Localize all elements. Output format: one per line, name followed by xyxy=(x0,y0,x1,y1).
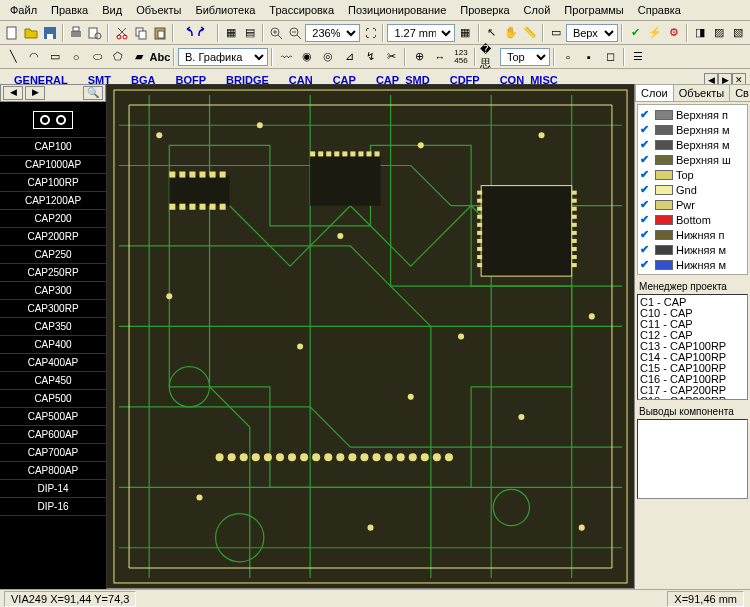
layer-row[interactable]: ✔Нижняя м xyxy=(640,242,745,257)
layer-row[interactable]: ✔Pwr xyxy=(640,197,745,212)
unroute-icon[interactable]: ✂ xyxy=(381,47,401,67)
component-icon[interactable]: ▦ xyxy=(222,23,240,43)
menu-файл[interactable]: Файл xyxy=(4,2,43,18)
small-tool-2-icon[interactable]: ▪ xyxy=(579,47,599,67)
right-tab-1[interactable]: Объекты xyxy=(673,84,730,101)
layer-row[interactable]: ✔Top xyxy=(640,167,745,182)
lib-item[interactable]: CAP200RP xyxy=(0,228,106,246)
layer-check-icon[interactable]: ✔ xyxy=(640,183,652,196)
zoom-in-icon[interactable] xyxy=(267,23,285,43)
grid-combo[interactable]: 1.27 mm xyxy=(387,24,455,42)
lib-item[interactable]: CAP250RP xyxy=(0,264,106,282)
layer-check-icon[interactable]: ✔ xyxy=(640,198,652,211)
menu-объекты[interactable]: Объекты xyxy=(130,2,187,18)
menu-справка[interactable]: Справка xyxy=(632,2,687,18)
small-tool-1-icon[interactable]: ▫ xyxy=(558,47,578,67)
lib-item[interactable]: CAP400 xyxy=(0,336,106,354)
3d-view-icon[interactable]: ◨ xyxy=(691,23,709,43)
layers-icon[interactable]: ▨ xyxy=(710,23,728,43)
lib-item[interactable]: CAP100RP xyxy=(0,174,106,192)
dimension-icon[interactable]: ↔ xyxy=(430,47,450,67)
layer-row[interactable]: ✔Нижняя п xyxy=(640,227,745,242)
lib-item[interactable]: CAP300 xyxy=(0,282,106,300)
lib-item[interactable]: CAP500 xyxy=(0,390,106,408)
pcb-canvas[interactable] xyxy=(106,84,635,589)
layer-check-icon[interactable]: ✔ xyxy=(640,168,652,181)
render-icon[interactable]: ▧ xyxy=(729,23,747,43)
layer-check-icon[interactable]: ✔ xyxy=(640,108,652,121)
zoom-out-icon[interactable] xyxy=(286,23,304,43)
lib-item[interactable]: DIP-16 xyxy=(0,498,106,516)
layer-check-icon[interactable]: ✔ xyxy=(640,243,652,256)
lib-item[interactable]: CAP350 xyxy=(0,318,106,336)
cursor-icon[interactable]: ↖ xyxy=(483,23,501,43)
zoom-combo[interactable]: 236% xyxy=(305,24,360,42)
menu-позиционирование[interactable]: Позиционирование xyxy=(342,2,452,18)
via-tool-icon[interactable]: ◉ xyxy=(297,47,317,67)
layer-box-icon[interactable]: ▭ xyxy=(547,23,565,43)
layer-row[interactable]: ✔Gnd xyxy=(640,182,745,197)
lib-nav-next-icon[interactable]: ▶ xyxy=(25,86,45,100)
lib-item[interactable]: DIP-14 xyxy=(0,480,106,498)
view-mode-combo[interactable]: В. Графика xyxy=(178,48,268,66)
lib-item[interactable]: CAP450 xyxy=(0,372,106,390)
zoom-fit-icon[interactable]: ⛶ xyxy=(361,23,379,43)
layer-select[interactable]: Верх xyxy=(566,24,619,42)
print-preview-icon[interactable] xyxy=(86,23,104,43)
layer-row[interactable]: ✔Верхняя ш xyxy=(640,152,745,167)
lib-item[interactable]: CAP1000AP xyxy=(0,156,106,174)
coord-icon[interactable]: 123456 xyxy=(451,47,471,67)
measure-icon[interactable]: 📏 xyxy=(521,23,539,43)
menu-программы[interactable]: Программы xyxy=(558,2,629,18)
lib-item[interactable]: CAP1200AP xyxy=(0,192,106,210)
route-tool-icon[interactable]: ↯ xyxy=(360,47,380,67)
menu-библиотека[interactable]: Библиотека xyxy=(190,2,262,18)
lib-item[interactable]: CAP700AP xyxy=(0,444,106,462)
lib-item[interactable]: CAP400AP xyxy=(0,354,106,372)
menu-слой[interactable]: Слой xyxy=(518,2,557,18)
undo-icon[interactable] xyxy=(177,23,195,43)
layer-row[interactable]: ✔Верхняя п xyxy=(640,107,745,122)
arc-tool-icon[interactable]: ◠ xyxy=(24,47,44,67)
new-file-icon[interactable] xyxy=(3,23,21,43)
menu-проверка[interactable]: Проверка xyxy=(454,2,515,18)
align-combo[interactable]: Top xyxy=(500,48,550,66)
pad-tool-icon[interactable]: ◎ xyxy=(318,47,338,67)
paste-icon[interactable] xyxy=(151,23,169,43)
layer-check-icon[interactable]: ✔ xyxy=(640,138,652,151)
save-icon[interactable] xyxy=(41,23,59,43)
fill-tool-icon[interactable]: ▰ xyxy=(129,47,149,67)
small-tool-3-icon[interactable]: ◻ xyxy=(600,47,620,67)
ellipse-tool-icon[interactable]: ⬭ xyxy=(87,47,107,67)
cut-icon[interactable] xyxy=(112,23,130,43)
lib-nav-prev-icon[interactable]: ◀ xyxy=(3,86,23,100)
layer-list[interactable]: ✔Верхняя п✔Верхняя м✔Верхняя м✔Верхняя ш… xyxy=(637,104,748,275)
redo-icon[interactable] xyxy=(196,23,214,43)
library-list[interactable]: CAP100CAP1000APCAP100RPCAP1200APCAP200CA… xyxy=(0,138,106,589)
lib-item[interactable]: CAP600AP xyxy=(0,426,106,444)
pan-icon[interactable]: ✋ xyxy=(502,23,520,43)
menu-трассировка[interactable]: Трассировка xyxy=(263,2,340,18)
autoroute-icon[interactable]: ⚡ xyxy=(645,23,663,43)
layer-check-icon[interactable]: ✔ xyxy=(640,213,652,226)
menu-правка[interactable]: Правка xyxy=(45,2,94,18)
print-icon[interactable] xyxy=(67,23,85,43)
menu-вид[interactable]: Вид xyxy=(96,2,128,18)
layer-check-icon[interactable]: ✔ xyxy=(640,258,652,271)
trace-tool-icon[interactable]: 〰 xyxy=(276,47,296,67)
settings-icon[interactable]: ⚙ xyxy=(665,23,683,43)
right-tab-2[interactable]: Св xyxy=(729,84,750,101)
layer-check-icon[interactable]: ✔ xyxy=(640,123,652,136)
project-item[interactable]: C18 - CAP200RP xyxy=(640,396,745,400)
layer-row[interactable]: ✔Нижняя м xyxy=(640,257,745,272)
copy-icon[interactable] xyxy=(132,23,150,43)
layer-check-icon[interactable]: ✔ xyxy=(640,153,652,166)
properties-icon[interactable]: ☰ xyxy=(628,47,648,67)
grid-toggle-icon[interactable]: ▦ xyxy=(456,23,474,43)
lib-item[interactable]: CAP200 xyxy=(0,210,106,228)
project-manager-list[interactable]: C1 - CAPC10 - CAPC11 - CAPC12 - CAPC13 -… xyxy=(637,294,748,400)
text-tool-icon[interactable]: Abc xyxy=(150,47,170,67)
lib-item[interactable]: CAP800AP xyxy=(0,462,106,480)
layer-check-icon[interactable]: ✔ xyxy=(640,228,652,241)
line-tool-icon[interactable]: ╲ xyxy=(3,47,23,67)
